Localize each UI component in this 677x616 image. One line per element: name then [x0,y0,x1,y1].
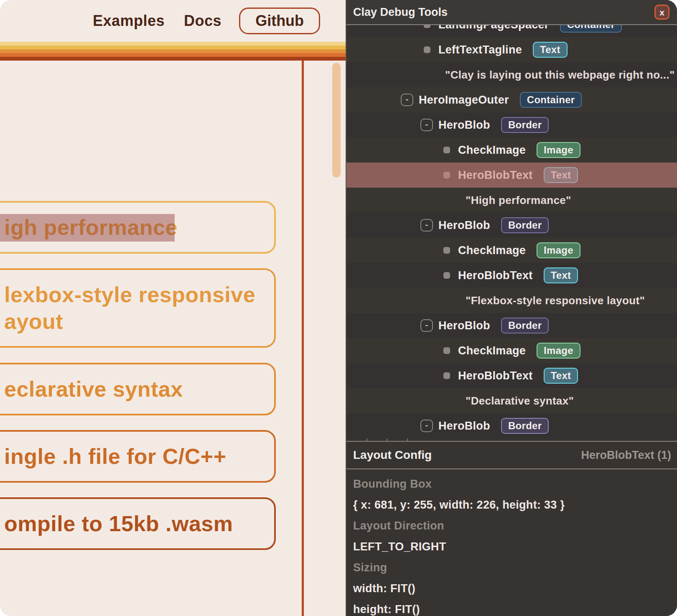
page-scrollbar-thumb[interactable] [332,63,341,178]
tree-row-CheckImage[interactable]: CheckImageImage [346,338,677,363]
page-column-divider [302,61,304,616]
collapse-toggle-icon[interactable]: - [420,420,433,432]
layout-config-header: Layout Config HeroBlobText (1) [346,441,677,469]
stripe-band-4 [0,57,346,61]
selected-element-label: HeroBlobText (1) [581,449,671,462]
tree-row-HeroBlob[interactable]: -HeroBlobBorder [346,313,677,338]
layout-config-body: Bounding Box{ x: 681, y: 255, width: 226… [346,469,677,616]
tree-row-quote: "High performance" [346,188,677,213]
leaf-bullet-icon [424,46,430,53]
config-label: Bounding Box [353,473,670,494]
element-name: HeroBlob [438,319,490,332]
hero-blob-declarative: eclarative syntax [0,363,276,415]
element-type-badge: Text [544,368,578,384]
close-icon[interactable]: x [654,5,669,20]
collapse-toggle-icon[interactable]: - [420,219,433,232]
debug-selection-highlight [0,214,175,242]
element-text-content: "Clay is laying out this webpage right n… [445,69,675,81]
tree-row-quote: "Declarative syntax" [346,388,677,413]
element-type-badge: Border [501,217,549,233]
element-type-badge: Image [537,343,580,359]
element-name: HeroBlob [438,219,490,232]
tree-row-quote: "Clay is laying out this webpage right n… [346,62,677,87]
collapse-toggle-icon[interactable]: - [420,319,433,332]
nav-link-docs[interactable]: Docs [184,12,221,30]
tree-row-LeftTextTagline[interactable]: LeftTextTaglineText [346,37,677,62]
tree-row-HeroBlob[interactable]: -HeroBlobBorder [346,413,677,438]
element-name: CheckImage [458,244,526,257]
stripe-band-3 [0,53,346,57]
debug-panel-title: Clay Debug Tools [353,6,448,19]
tree-row-HeroBlobText[interactable]: HeroBlobTextText [346,163,677,188]
hero-blob-text: ingle .h file for C/C++ [4,443,274,470]
gradient-stripe [0,42,346,61]
tree-row-CheckImage[interactable]: CheckImageImage [346,137,677,163]
element-name: LandingPageSpacer [438,25,549,31]
collapse-toggle-icon[interactable]: - [420,119,433,131]
config-value: { x: 681, y: 255, width: 226, height: 33… [353,494,670,515]
leaf-bullet-icon [443,147,450,153]
element-type-badge: Border [501,117,549,133]
element-text-content: "High performance" [466,194,571,207]
element-type-badge: Container [520,92,582,108]
element-type-badge: Text [544,167,578,183]
tree-row-HeroBlobText[interactable]: HeroBlobTextText [346,363,677,388]
tree-row-HeroBlob[interactable]: -HeroBlobBorder [346,112,677,137]
element-name: LeftTextTagline [438,43,522,56]
nav-link-examples[interactable]: Examples [93,12,165,30]
config-label: Layout Direction [353,515,670,536]
config-label: Sizing [353,557,670,578]
leaf-bullet-icon [443,172,450,178]
top-nav: Examples Docs Github [0,0,346,42]
element-name: CheckImage [458,144,526,157]
element-text-content: "Declarative syntax" [466,395,574,407]
tree-row-HeroImageOuter[interactable]: -HeroImageOuterContainer [346,87,677,112]
tree-row-HeroBlobText[interactable]: HeroBlobTextText [346,263,677,288]
hero-blob-text: lexbox-style responsive [4,281,274,308]
stripe-band-1 [0,46,346,49]
element-text-content: "Flexbox-style responsive layout" [466,294,645,307]
element-name: HeroBlob [438,420,490,433]
leaf-bullet-icon [424,25,430,28]
screen: Examples Docs Github igh performancelexb… [0,0,677,616]
hero-blob-text: eclarative syntax [4,376,274,402]
element-name: HeroBlobText [458,169,533,182]
element-name: HeroBlobText [458,369,533,382]
tree-row-CheckImage[interactable]: CheckImageImage [346,238,677,263]
layout-config-title: Layout Config [353,448,432,462]
landing-page: Examples Docs Github igh performancelexb… [0,0,346,616]
leaf-bullet-icon [443,247,450,254]
tree-row-quote: "Flexbox-style responsive layout" [346,288,677,313]
stripe-band-2 [0,49,346,53]
hero-blob-wasm: ompile to 15kb .wasm [0,497,276,550]
element-tree: LandingPageSpacerContainerLeftTextTaglin… [346,25,677,441]
element-name: HeroBlob [438,119,490,132]
hero-blob-flexbox: lexbox-style responsiveayout [0,268,276,348]
leaf-bullet-icon [443,372,450,379]
element-name: HeroImageOuter [419,94,509,107]
tree-row-HeroBlob[interactable]: -HeroBlobBorder [346,213,677,238]
hero-blob-text: ompile to 15kb .wasm [4,510,274,537]
config-value: height: FIT() [353,599,670,616]
github-button[interactable]: Github [239,8,320,34]
collapse-toggle-icon[interactable]: - [401,94,413,106]
tree-row-LandingPageSpacer[interactable]: LandingPageSpacerContainer [346,25,677,37]
config-value: width: FIT() [353,578,670,599]
element-name: HeroBlobText [458,269,533,282]
element-type-badge: Image [537,142,580,158]
leaf-bullet-icon [443,272,450,279]
leaf-bullet-icon [443,347,450,354]
element-name: CheckImage [458,344,526,357]
debug-panel-header: Clay Debug Tools x [346,0,677,25]
clay-debug-panel: Clay Debug Tools x LandingPageSpacerCont… [346,0,677,616]
hero-blob-text: ayout [4,308,274,335]
element-type-badge: Text [544,267,578,283]
element-type-badge: Text [533,42,568,58]
stripe-band-0 [0,42,346,46]
element-type-badge: Container [560,25,622,33]
hero-blob-single-header: ingle .h file for C/C++ [0,430,276,483]
config-value: LEFT_TO_RIGHT [353,536,670,557]
element-type-badge: Border [501,318,549,333]
element-type-badge: Image [537,242,580,258]
element-type-badge: Border [501,418,549,434]
